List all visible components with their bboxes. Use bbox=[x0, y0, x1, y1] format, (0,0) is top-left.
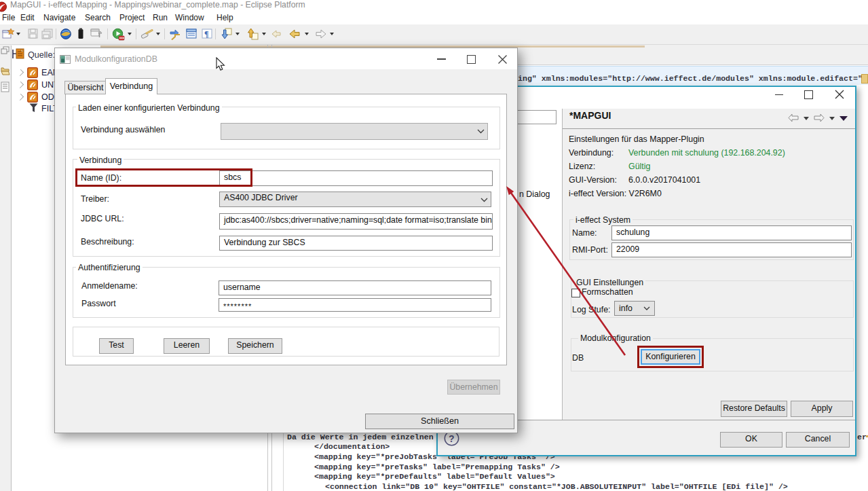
svg-text:¶: ¶ bbox=[204, 29, 208, 39]
svg-text:?: ? bbox=[449, 433, 455, 444]
